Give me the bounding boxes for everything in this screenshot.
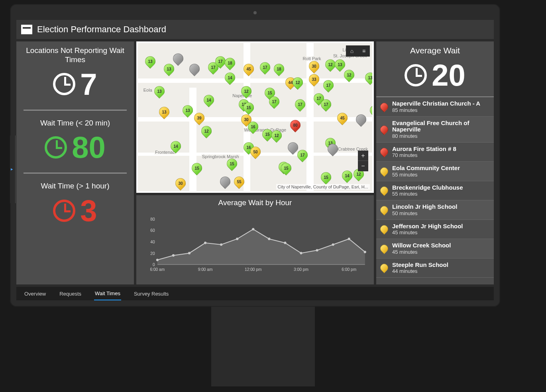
map-pin[interactable]: 14 [201,93,216,108]
chart-panel: Average Wait by Hour 0204060806:00 am9:0… [136,195,374,284]
map-pin[interactable] [171,51,186,66]
clock-icon [53,200,75,222]
svg-point-7 [188,252,191,254]
dashboard-body: Locations Not Reporting Wait Times 7 Wai… [16,39,494,287]
legend-icon[interactable]: ≡ [358,45,370,57]
svg-point-12 [268,238,270,240]
svg-point-15 [316,249,318,251]
map-pin[interactable] [187,62,202,76]
map-pin[interactable]: 18 [222,56,237,71]
list-item[interactable]: Steeple Run School44 minutes [376,259,494,278]
map-pin[interactable]: 12 [199,124,214,139]
list-item[interactable]: Naperville Christian Church - A85 minute… [376,97,494,117]
map-pin[interactable]: 13 [152,84,167,98]
map-pin[interactable]: 13 [333,57,348,72]
location-minutes: 70 minutes [392,152,456,158]
zoom-in-button[interactable]: + [358,151,368,161]
svg-point-13 [284,242,286,244]
location-name: Willow Creek School [392,242,451,249]
zoom-control: + − [358,151,368,171]
location-name: Evangelical Free Church of Naperville [392,120,490,133]
location-minutes: 85 minutes [392,107,480,113]
map-pin[interactable] [218,174,232,189]
location-minutes: 55 minutes [392,172,460,178]
map-pin[interactable] [354,112,368,127]
svg-point-10 [236,238,238,240]
metric-value: 20 [432,58,465,92]
location-pin-icon [379,101,390,112]
location-minutes: 80 minutes [392,133,490,139]
list-item[interactable]: Eola Community Center55 minutes [376,162,494,181]
svg-point-6 [172,254,175,257]
location-minutes: 45 minutes [392,249,451,255]
avg-wait-chart: 0204060806:00 am9:00 am12:00 pm3:00 pm6:… [141,209,369,281]
map-place-label: Rott Park [302,56,322,61]
svg-text:40: 40 [150,240,155,244]
metric-title: Wait Time (> 1 hour) [20,182,130,191]
app-header: Election Performance Dashboard [16,20,494,39]
right-panel: Average Wait 20 Naperville Christian Chu… [376,41,494,284]
tab-survey-results[interactable]: Survey Results [133,288,169,300]
home-icon[interactable]: ⌂ [346,45,358,57]
svg-point-14 [300,252,302,254]
map-attribution: City of Naperville, County of DuPage, Es… [276,184,370,190]
list-item[interactable]: Evangelical Free Church of Naperville80 … [376,117,494,143]
metric-title: Locations Not Reporting Wait Times [20,46,130,65]
list-item[interactable]: Lincoln Jr High School50 minutes [376,200,494,220]
map-pin[interactable]: 13 [161,62,176,76]
map-pin[interactable]: 18 [272,62,287,76]
map[interactable]: EolaNapervilleFrontenacSpringbrook Marsh… [136,41,374,193]
map-place-label: Springbrook Marsh [201,154,240,159]
svg-text:60: 60 [150,228,155,233]
svg-point-5 [156,259,159,261]
divider [24,110,127,111]
metric-under-20: Wait Time (< 20 min) 80 [16,114,134,170]
monitor-frame: Election Performance Dashboard Locations… [10,4,500,307]
locations-list[interactable]: Naperville Christian Church - A85 minute… [376,96,494,284]
left-metrics-panel: Locations Not Reporting Wait Times 7 Wai… [16,41,134,284]
map-pin[interactable]: 14 [340,169,354,183]
tab-wait-times[interactable]: Wait Times [94,287,121,300]
list-item[interactable]: Aurora Fire Station # 870 minutes [376,143,494,162]
list-item[interactable]: Breckenridge Clubhouse55 minutes [376,181,494,201]
map-pin[interactable]: 15 [318,170,333,184]
location-minutes: 45 minutes [392,229,463,235]
clock-icon [45,136,67,159]
map-pin[interactable]: 17 [293,97,308,112]
metric-over-hour: Wait Time (> 1 hour) 3 [16,177,134,233]
metric-value: 80 [72,130,106,165]
map-pin[interactable]: 30 [173,176,188,190]
map-pin[interactable]: 13 [368,103,374,118]
location-name: Eola Community Center [392,165,460,172]
list-item[interactable]: Jefferson Jr High School45 minutes [376,220,494,239]
location-name: Breckenridge Clubhouse [392,184,463,191]
map-place-label: Eola [143,88,153,92]
map-pin[interactable]: 45 [335,110,350,125]
location-minutes: 44 minutes [392,268,448,274]
list-item[interactable]: Willow Creek School45 minutes [376,239,494,259]
zoom-out-button[interactable]: − [358,161,368,171]
metric-title: Wait Time (< 20 min) [20,119,130,128]
clock-icon [53,73,75,95]
svg-text:0: 0 [153,263,155,267]
svg-point-11 [252,228,254,230]
location-pin-icon [379,146,390,157]
svg-text:6:00 pm: 6:00 pm [342,267,356,272]
metric-value: 3 [80,193,97,228]
svg-point-18 [364,251,366,253]
chart-title: Average Wait by Hour [141,198,369,207]
svg-point-8 [204,242,206,244]
location-pin-icon [379,185,390,196]
map-pin[interactable]: 13 [143,54,157,69]
app-title: Election Performance Dashboard [37,24,166,35]
svg-text:20: 20 [150,251,155,256]
svg-point-16 [332,243,334,246]
location-pin-icon [379,124,390,135]
location-pin-icon [379,166,390,177]
tab-requests[interactable]: Requests [59,288,82,300]
tab-overview[interactable]: Overview [24,288,47,300]
clock-icon [405,64,427,86]
location-minutes: 50 minutes [392,210,457,216]
drawer-handle[interactable] [10,135,16,203]
map-pin[interactable]: 17 [257,60,272,75]
